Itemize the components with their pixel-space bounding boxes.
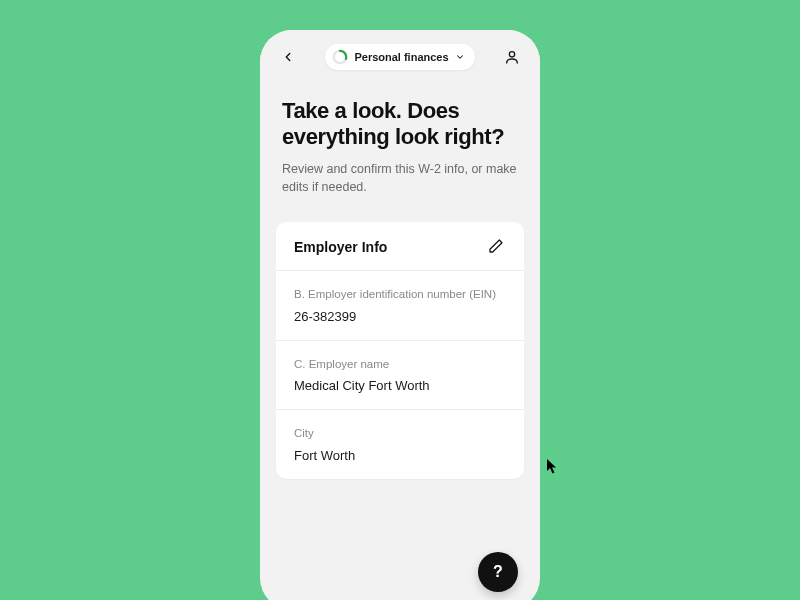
- phone-frame: Personal finances Take a look. Does ever…: [260, 30, 540, 600]
- card-header: Employer Info: [276, 222, 524, 271]
- card-title: Employer Info: [294, 239, 387, 255]
- person-icon: [504, 49, 520, 65]
- field-label: B. Employer identification number (EIN): [294, 287, 506, 303]
- field-value: Medical City Fort Worth: [294, 378, 506, 393]
- employer-info-card: Employer Info B. Employer identification…: [276, 222, 524, 479]
- field-employer-name[interactable]: C. Employer name Medical City Fort Worth: [276, 341, 524, 411]
- chevron-left-icon: [281, 50, 295, 64]
- field-value: 26-382399: [294, 309, 506, 324]
- svg-point-2: [509, 52, 514, 57]
- field-label: C. Employer name: [294, 357, 506, 373]
- mouse-cursor-icon: [547, 459, 559, 475]
- field-ein[interactable]: B. Employer identification number (EIN) …: [276, 271, 524, 341]
- field-city[interactable]: City Fort Worth: [276, 410, 524, 479]
- help-button[interactable]: ?: [478, 552, 518, 592]
- field-value: Fort Worth: [294, 448, 506, 463]
- help-icon: ?: [493, 563, 503, 581]
- pencil-icon: [488, 238, 504, 254]
- app-header: Personal finances: [260, 30, 540, 80]
- content-area: Take a look. Does everything look right?…: [260, 80, 540, 196]
- profile-button[interactable]: [500, 45, 524, 69]
- edit-button[interactable]: [488, 238, 506, 256]
- progress-ring-icon: [332, 49, 348, 65]
- back-button[interactable]: [276, 45, 300, 69]
- field-label: City: [294, 426, 506, 442]
- chevron-down-icon: [455, 52, 465, 62]
- page-title: Take a look. Does everything look right?: [282, 98, 518, 150]
- context-chip[interactable]: Personal finances: [325, 44, 474, 70]
- page-subtitle: Review and confirm this W-2 info, or mak…: [282, 160, 518, 196]
- context-chip-label: Personal finances: [354, 51, 448, 63]
